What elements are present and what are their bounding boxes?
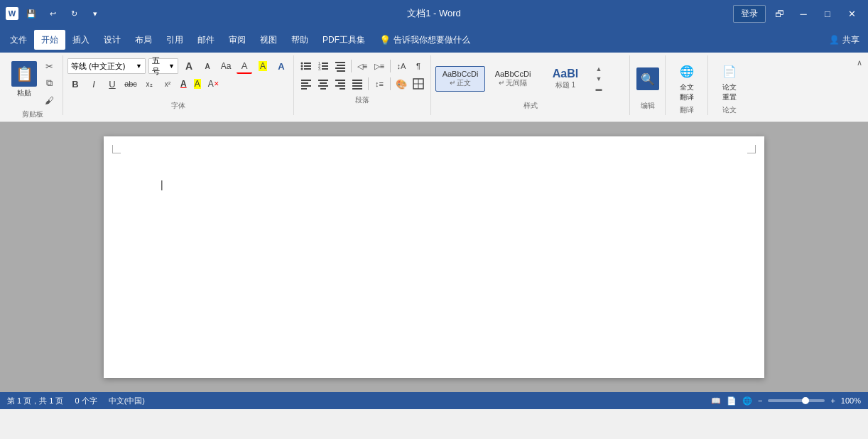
print-layout-button[interactable]: 📄	[727, 396, 737, 406]
zoom-thumb	[802, 397, 809, 404]
page-info: 第 1 页，共 1 页	[7, 396, 63, 406]
align-center-button[interactable]	[315, 76, 331, 92]
qat-save[interactable]: 💾	[23, 5, 40, 22]
share-icon: 👤	[829, 35, 840, 45]
decrease-indent-button[interactable]: ◁≡	[354, 58, 370, 74]
svg-point-2	[301, 65, 303, 67]
svg-rect-31	[352, 88, 362, 90]
strikethrough-button[interactable]: abc	[123, 76, 139, 92]
bullets-button[interactable]	[298, 58, 314, 74]
login-button[interactable]: 登录	[733, 5, 766, 23]
styles-expand[interactable]: ▬	[594, 85, 604, 93]
font-case-button[interactable]: Aa	[218, 58, 234, 74]
font-group-label: 字体	[67, 99, 289, 112]
language: 中文(中国)	[109, 396, 145, 406]
ribbon-group-paper: 📄 论文 重置 论文	[708, 55, 751, 115]
sort-button[interactable]: ↕A	[394, 58, 409, 74]
menu-item-insert[interactable]: 插入	[65, 30, 97, 50]
styles-scroll-down[interactable]: ▼	[594, 75, 604, 83]
svg-rect-28	[352, 80, 362, 81]
align-right-button[interactable]	[332, 76, 348, 92]
qat-undo[interactable]: ↩	[44, 5, 61, 22]
menu-item-tell-me[interactable]: 💡 告诉我你想要做什么	[372, 30, 477, 50]
share-button[interactable]: 👤 共享	[823, 31, 865, 49]
font-effects-button[interactable]: A	[273, 58, 289, 74]
subscript-button[interactable]: x₂	[141, 76, 157, 92]
translate-label: 全文 翻译	[680, 82, 694, 102]
numbering-button[interactable]: 1.2.3.	[315, 58, 331, 74]
menu-item-home[interactable]: 开始	[34, 30, 65, 50]
minimize-button[interactable]: ─	[793, 3, 814, 24]
menu-item-layout[interactable]: 布局	[128, 30, 159, 50]
title-left: W 💾 ↩ ↻ ▾	[6, 5, 104, 22]
style-preview-nospace: AaBbCcDi	[494, 70, 531, 78]
search-button[interactable]: 🔍	[636, 67, 659, 90]
italic-button[interactable]: I	[86, 76, 102, 92]
font-shrink-button[interactable]: A	[200, 58, 215, 74]
highlight-color-button[interactable]: A	[192, 78, 203, 90]
styles-scroll-up[interactable]: ▲	[594, 65, 604, 73]
style-item-nospace[interactable]: AaBbCcDi ↵ 无间隔	[488, 66, 538, 92]
shading-button[interactable]: 🎨	[394, 76, 409, 92]
clear-formatting-button[interactable]: A✕	[206, 76, 222, 92]
maximize-button[interactable]: □	[817, 3, 838, 24]
read-mode-button[interactable]: 📖	[711, 396, 721, 406]
show-marks-button[interactable]: ¶	[411, 58, 426, 74]
ribbon-collapse-button[interactable]: ∧	[854, 55, 865, 70]
style-item-heading1[interactable]: AaBl 标题 1	[541, 64, 590, 94]
align-left-button[interactable]	[298, 76, 314, 92]
styles-group-label: 样式	[435, 99, 625, 112]
line-spacing-button[interactable]: ↕≡	[371, 76, 387, 92]
zoom-percent: 100%	[841, 396, 861, 405]
web-layout-button[interactable]: 🌐	[742, 396, 752, 406]
font-color-button[interactable]: A	[178, 78, 189, 90]
full-translate-button[interactable]: 🌐 全文 翻译	[673, 58, 701, 104]
svg-rect-16	[301, 80, 311, 81]
format-painter-button[interactable]: 🖌	[41, 92, 57, 108]
menu-item-mail[interactable]: 邮件	[190, 30, 222, 50]
paper-label: 论文 重置	[722, 82, 737, 102]
restore-button[interactable]: 🗗	[769, 3, 790, 24]
paper-check-button[interactable]: 📄 论文 重置	[715, 58, 744, 104]
svg-rect-12	[335, 62, 345, 63]
bold-button[interactable]: B	[67, 76, 83, 92]
document-page[interactable]: |	[104, 136, 764, 378]
svg-rect-23	[320, 88, 326, 90]
clear-format-button[interactable]: A	[237, 58, 252, 74]
svg-rect-22	[318, 85, 328, 87]
justify-button[interactable]	[349, 76, 365, 92]
zoom-out-button[interactable]: −	[758, 396, 762, 405]
increase-indent-button[interactable]: ▷≡	[371, 58, 387, 74]
menu-item-pdf[interactable]: PDF工具集	[315, 30, 372, 50]
qat-redo[interactable]: ↻	[65, 5, 82, 22]
menu-item-review[interactable]: 审阅	[222, 30, 253, 50]
menu-item-references[interactable]: 引用	[159, 30, 190, 50]
menu-item-view[interactable]: 视图	[253, 30, 284, 50]
svg-text:3.: 3.	[318, 67, 321, 71]
font-grow-button[interactable]: A	[181, 58, 197, 74]
highlight-button[interactable]: A	[255, 58, 271, 74]
font-size-select[interactable]: 五号 ▼	[148, 58, 178, 74]
style-preview-heading1: AaBl	[547, 67, 584, 80]
menu-item-file[interactable]: 文件	[3, 30, 34, 50]
style-item-normal[interactable]: AaBbCcDi ↵ 正文	[435, 66, 485, 92]
ribbon-group-translate: 🌐 全文 翻译 翻译	[666, 55, 708, 115]
close-button[interactable]: ✕	[841, 3, 862, 24]
borders-button[interactable]	[411, 76, 426, 92]
multilevel-list-button[interactable]	[332, 58, 348, 74]
menu-item-help[interactable]: 帮助	[284, 30, 315, 50]
menu-item-design[interactable]: 设计	[97, 30, 128, 50]
superscript-button[interactable]: x²	[160, 76, 175, 92]
copy-button[interactable]: ⧉	[41, 75, 57, 91]
document-area: |	[0, 122, 868, 392]
zoom-in-button[interactable]: +	[830, 396, 835, 405]
svg-rect-19	[301, 88, 307, 90]
svg-rect-13	[337, 65, 345, 66]
paste-button[interactable]: 📋 粘贴	[9, 58, 40, 101]
underline-button[interactable]: U	[104, 76, 120, 92]
zoom-slider[interactable]	[768, 399, 825, 402]
cut-button[interactable]: ✂	[41, 58, 57, 74]
font-name-select[interactable]: 等线 (中文正文) ▼	[67, 58, 146, 74]
title-bar: W 💾 ↩ ↻ ▾ 文档1 - Word 登录 🗗 ─ □ ✕	[0, 0, 868, 27]
qat-customize[interactable]: ▾	[87, 5, 104, 22]
